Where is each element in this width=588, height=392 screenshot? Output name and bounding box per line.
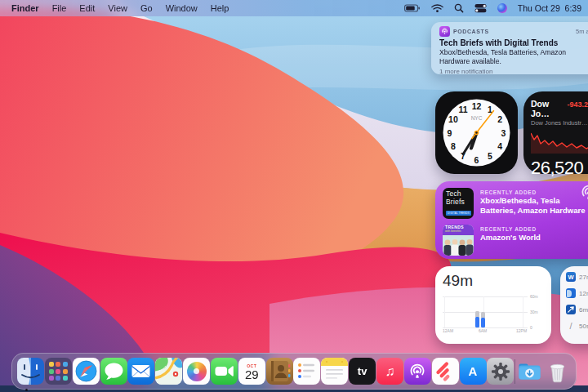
dock-safari-icon[interactable] [73, 358, 100, 385]
app-usage-time: 27m [579, 274, 588, 281]
svg-text:4: 4 [497, 141, 502, 151]
clock-widget[interactable]: 12 1 2 3 4 5 6 7 8 9 10 11 NYC [435, 91, 518, 174]
wifi-icon[interactable] [431, 3, 443, 13]
dock-contacts-icon[interactable] [266, 358, 293, 385]
dock-podcasts-icon[interactable] [404, 358, 431, 385]
notification-podcasts[interactable]: PODCASTS 5m ago Tech Briefs with Digital… [431, 22, 588, 74]
menu-file[interactable]: File [46, 3, 74, 13]
recently-added-label: RECENTLY ADDED [480, 226, 588, 232]
x-tick: 6AM [479, 328, 487, 333]
stock-name: Dow Jones Industr… [531, 119, 588, 127]
svg-text:6: 6 [474, 155, 479, 165]
spotlight-search-icon[interactable] [454, 3, 464, 13]
dock-trash-icon[interactable] [544, 358, 571, 385]
dock-news-icon[interactable] [432, 358, 459, 385]
word-app-icon: W [566, 272, 576, 282]
menu-window[interactable]: Window [159, 3, 204, 13]
control-center-icon[interactable] [474, 3, 487, 13]
stocks-widget[interactable]: Dow Jo… -943.2 Dow Jones Industr… 26,520 [523, 91, 588, 174]
y-tick: 0 [530, 325, 532, 330]
dock-divider [514, 359, 515, 384]
app-usage-time: 6m [579, 306, 588, 314]
menu-go[interactable]: Go [134, 3, 159, 13]
menu-edit[interactable]: Edit [73, 3, 101, 13]
svg-text:2: 2 [497, 114, 502, 124]
app-usage-row: 12m [566, 288, 588, 298]
menu-bar: Finder File Edit View Go Window Help [0, 0, 588, 16]
app-usage-widget[interactable]: W 27m 12m 6m / 50s [560, 266, 588, 344]
trends-artwork: TRENDS with benefits [443, 225, 474, 256]
finder-running-indicator [25, 389, 28, 391]
screen-time-widget[interactable]: 49m 60m 30m 0 12AM 6AM 12PM [435, 266, 551, 344]
svg-text:10: 10 [448, 114, 458, 124]
notification-time-ago: 5m ago [576, 28, 588, 35]
x-tick: 12PM [516, 328, 527, 333]
notification-title: Tech Briefs with Digital Trends [439, 38, 588, 47]
dock-system-preferences-icon[interactable] [487, 358, 514, 385]
notification-app-name: PODCASTS [453, 29, 489, 34]
notification-more[interactable]: 1 more notification [439, 68, 588, 75]
podcast-episode-title: Amazon's World [480, 233, 588, 243]
podcast-item[interactable]: Tech Briefs DIGITAL TRENDS RECENTLY ADDE… [443, 188, 588, 219]
svg-text:11: 11 [458, 105, 467, 114]
dock-reminders-icon[interactable] [293, 358, 320, 385]
dock-calendar-icon[interactable]: OCT 29 [238, 358, 265, 385]
app-usage-row: W 27m [566, 272, 588, 282]
tech-briefs-artwork: Tech Briefs DIGITAL TRENDS [443, 188, 474, 219]
screen-time-total: 49m [443, 272, 544, 290]
analog-clock: 12 1 2 3 4 5 6 7 8 9 10 11 NYC [435, 91, 518, 174]
dock-notes-icon[interactable] [321, 358, 348, 385]
svg-text:12: 12 [472, 101, 482, 111]
y-tick: 60m [530, 294, 538, 299]
dock-finder-icon[interactable] [17, 358, 44, 385]
svg-text:9: 9 [448, 128, 452, 138]
stock-sparkline [531, 129, 588, 154]
x-tick: 12AM [443, 328, 453, 333]
stock-change: -943.2 [567, 100, 588, 109]
siri-icon[interactable] [497, 3, 507, 13]
stock-symbol: Dow Jo… [531, 99, 567, 118]
menu-bar-clock[interactable]: Thu Oct 29 6:39 [518, 3, 581, 13]
podcasts-glyph-icon [580, 184, 588, 205]
usage-bar-blue [481, 318, 485, 327]
svg-text:8: 8 [451, 141, 456, 151]
clock-city-label: NYC [471, 115, 483, 121]
app-usage-row: 6m [566, 305, 588, 314]
menu-help[interactable]: Help [204, 3, 236, 13]
desktop: Finder File Edit View Go Window Help [0, 0, 588, 392]
menu-finder[interactable]: Finder [5, 3, 46, 13]
app-usage-time: 12m [579, 290, 588, 297]
dock-music-icon[interactable]: ♫ [376, 358, 403, 385]
notification-header: PODCASTS 5m ago [439, 26, 588, 37]
podcast-item[interactable]: TRENDS with benefits RECENTLY ADDED Amaz… [443, 225, 588, 256]
dock-facetime-icon[interactable] [211, 358, 238, 385]
dock-mail-icon[interactable] [127, 358, 154, 385]
blue-doc-app-icon [566, 288, 576, 298]
dock: OCT 29 [11, 353, 577, 390]
dock-launchpad-icon[interactable] [45, 358, 72, 385]
app-usage-row: / 50s [566, 321, 588, 331]
app-usage-time: 50s [579, 323, 588, 330]
slash-app-icon: / [566, 321, 576, 331]
usage-bar-blue [475, 317, 479, 327]
battery-icon[interactable] [404, 3, 421, 13]
dock-app-store-icon[interactable]: A [460, 358, 487, 385]
dock-messages-icon[interactable] [100, 358, 127, 385]
app-menus: Finder File Edit View Go Window Help [0, 3, 235, 13]
dock-maps-icon[interactable] [155, 358, 182, 385]
stock-price: 26,520 [531, 158, 588, 179]
notification-body: Xbox/Bethesda, Tesla Batteries, Amazon H… [439, 48, 588, 66]
svg-text:3: 3 [501, 128, 506, 138]
screen-time-chart: 60m 30m 0 12AM 6AM 12PM [443, 293, 544, 332]
podcast-episode-title: Xbox/Bethesda, Tesla Batteries, Amazon H… [480, 196, 588, 216]
dock-photos-icon[interactable] [183, 358, 210, 385]
menu-view[interactable]: View [101, 3, 134, 13]
svg-text:5: 5 [488, 151, 492, 161]
y-tick: 30m [530, 310, 538, 314]
dock-downloads-icon[interactable] [516, 358, 543, 385]
dock-tv-icon[interactable]: tv [349, 358, 376, 385]
podcasts-app-icon [439, 26, 450, 37]
blue-arrow-app-icon [566, 305, 576, 314]
status-bar: Thu Oct 29 6:39 [404, 3, 588, 13]
podcasts-widget[interactable]: Tech Briefs DIGITAL TRENDS RECENTLY ADDE… [435, 181, 588, 259]
